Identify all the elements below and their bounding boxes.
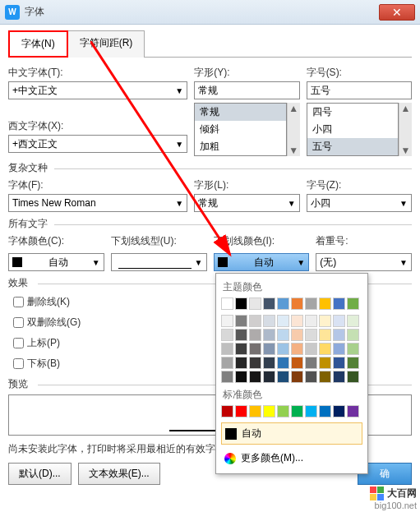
color-swatch[interactable]: [249, 329, 261, 341]
color-swatch[interactable]: [277, 371, 289, 383]
color-swatch[interactable]: [291, 357, 303, 369]
color-swatch[interactable]: [333, 405, 345, 417]
input-size[interactable]: 五号: [307, 81, 412, 99]
combo-size-z[interactable]: 小四 ▼: [307, 194, 412, 212]
color-swatch[interactable]: [291, 343, 303, 355]
color-swatch[interactable]: [235, 343, 247, 355]
color-swatch[interactable]: [305, 315, 317, 327]
color-swatch[interactable]: [221, 405, 233, 417]
color-swatch[interactable]: [347, 329, 359, 341]
list-item[interactable]: 加粗: [195, 138, 285, 155]
color-swatch[interactable]: [235, 405, 247, 417]
color-swatch[interactable]: [291, 371, 303, 383]
scrollbar[interactable]: ▲▼: [399, 103, 412, 156]
tab-spacing[interactable]: 字符间距(R): [67, 30, 145, 58]
list-item[interactable]: 倾斜: [195, 121, 285, 138]
color-swatch[interactable]: [235, 315, 247, 327]
color-swatch[interactable]: [235, 329, 247, 341]
color-swatch[interactable]: [305, 371, 317, 383]
color-swatch[interactable]: [249, 315, 261, 327]
color-swatch[interactable]: [221, 343, 233, 355]
color-swatch[interactable]: [249, 298, 261, 310]
color-swatch[interactable]: [263, 315, 275, 327]
checkbox[interactable]: [13, 297, 24, 307]
dropdown-underline-style[interactable]: ▼: [111, 253, 207, 271]
color-swatch[interactable]: [291, 315, 303, 327]
combo-west-font[interactable]: +西文正文 ▼: [8, 135, 187, 153]
scrollbar[interactable]: ▲▼: [287, 103, 300, 156]
color-swatch[interactable]: [249, 405, 261, 417]
color-swatch[interactable]: [333, 315, 345, 327]
color-swatch[interactable]: [235, 357, 247, 369]
checkbox[interactable]: [13, 338, 24, 348]
list-item[interactable]: 常规: [195, 104, 285, 121]
color-swatch[interactable]: [277, 315, 289, 327]
checkbox[interactable]: [13, 358, 24, 369]
color-swatch[interactable]: [263, 298, 275, 310]
color-swatch[interactable]: [263, 329, 275, 341]
tab-font[interactable]: 字体(N): [8, 30, 68, 58]
color-swatch[interactable]: [319, 405, 331, 417]
color-swatch[interactable]: [319, 315, 331, 327]
color-swatch[interactable]: [263, 405, 275, 417]
listbox-size[interactable]: 四号 小四 五号: [307, 103, 399, 156]
dropdown-underline-color[interactable]: 自动 ▼: [214, 253, 310, 271]
color-swatch[interactable]: [221, 371, 233, 383]
color-swatch[interactable]: [319, 357, 331, 369]
listbox-style[interactable]: 常规 倾斜 加粗: [194, 103, 286, 156]
color-swatch[interactable]: [263, 343, 275, 355]
color-swatch[interactable]: [333, 343, 345, 355]
color-swatch[interactable]: [277, 343, 289, 355]
color-swatch[interactable]: [263, 371, 275, 383]
color-swatch[interactable]: [347, 343, 359, 355]
color-swatch[interactable]: [305, 357, 317, 369]
color-swatch[interactable]: [249, 357, 261, 369]
dropdown-emphasis[interactable]: (无) ▼: [316, 253, 412, 271]
color-swatch[interactable]: [277, 405, 289, 417]
color-swatch[interactable]: [347, 298, 359, 310]
list-item[interactable]: 四号: [307, 104, 398, 121]
color-swatch[interactable]: [333, 298, 345, 310]
combo-font-f[interactable]: Times New Roman ▼: [8, 194, 187, 212]
color-swatch[interactable]: [249, 343, 261, 355]
color-swatch[interactable]: [291, 298, 303, 310]
color-swatch[interactable]: [263, 357, 275, 369]
color-swatch[interactable]: [319, 329, 331, 341]
close-button[interactable]: ✕: [379, 4, 415, 21]
color-swatch[interactable]: [305, 405, 317, 417]
color-swatch[interactable]: [277, 357, 289, 369]
dropdown-font-color[interactable]: 自动 ▼: [8, 253, 104, 271]
auto-color-option[interactable]: 自动: [221, 422, 362, 445]
color-swatch[interactable]: [333, 329, 345, 341]
combo-cn-font[interactable]: +中文正文 ▼: [8, 81, 187, 99]
color-swatch[interactable]: [221, 298, 233, 310]
color-swatch[interactable]: [347, 371, 359, 383]
color-swatch[interactable]: [249, 371, 261, 383]
color-swatch[interactable]: [235, 298, 247, 310]
color-swatch[interactable]: [221, 315, 233, 327]
color-swatch[interactable]: [305, 329, 317, 341]
color-swatch[interactable]: [319, 298, 331, 310]
color-swatch[interactable]: [333, 357, 345, 369]
list-item[interactable]: 五号: [307, 138, 398, 155]
text-effect-button[interactable]: 文本效果(E)...: [78, 463, 160, 485]
color-swatch[interactable]: [347, 315, 359, 327]
color-swatch[interactable]: [221, 357, 233, 369]
input-style[interactable]: 常规: [194, 81, 299, 99]
more-colors-option[interactable]: 更多颜色(M)...: [221, 448, 362, 468]
combo-style-l[interactable]: 常规 ▼: [194, 194, 299, 212]
color-swatch[interactable]: [221, 329, 233, 341]
color-swatch[interactable]: [347, 357, 359, 369]
color-swatch[interactable]: [319, 343, 331, 355]
color-swatch[interactable]: [291, 405, 303, 417]
list-item[interactable]: 小四: [307, 121, 398, 138]
default-button[interactable]: 默认(D)...: [8, 463, 72, 485]
color-swatch[interactable]: [305, 298, 317, 310]
color-swatch[interactable]: [347, 405, 359, 417]
color-swatch[interactable]: [277, 298, 289, 310]
checkbox[interactable]: [13, 317, 24, 328]
color-swatch[interactable]: [277, 329, 289, 341]
color-swatch[interactable]: [333, 371, 345, 383]
color-swatch[interactable]: [291, 329, 303, 341]
color-swatch[interactable]: [305, 343, 317, 355]
